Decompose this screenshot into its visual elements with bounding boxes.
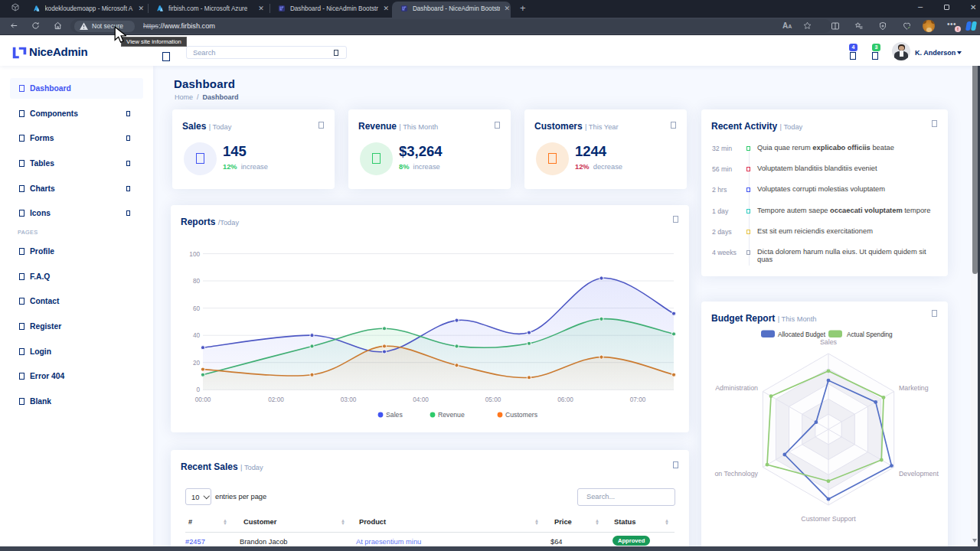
- svg-text:on Technology: on Technology: [714, 470, 758, 478]
- svg-text:Allocated Budget: Allocated Budget: [778, 331, 826, 337]
- svg-text:02:00: 02:00: [268, 396, 284, 403]
- svg-text:Sales: Sales: [386, 411, 403, 419]
- svg-text:Development: Development: [899, 470, 939, 478]
- svg-text:40: 40: [193, 332, 201, 339]
- svg-text:Actual Spending: Actual Spending: [847, 331, 893, 337]
- svg-text:80: 80: [193, 278, 201, 285]
- svg-text:Customers: Customers: [505, 411, 538, 419]
- svg-text:07:00: 07:00: [630, 396, 646, 403]
- svg-text:06:00: 06:00: [557, 396, 573, 403]
- svg-text:60: 60: [193, 305, 201, 311]
- svg-text:05:00: 05:00: [485, 396, 501, 403]
- svg-text:00:00: 00:00: [195, 396, 211, 403]
- svg-text:Marketing: Marketing: [899, 384, 929, 392]
- svg-text:03:00: 03:00: [341, 396, 357, 403]
- svg-text:Customer Support: Customer Support: [801, 515, 856, 523]
- svg-text:Revenue: Revenue: [438, 411, 465, 419]
- svg-text:Sales: Sales: [820, 338, 838, 346]
- svg-text:100: 100: [189, 250, 200, 257]
- svg-text:Administration: Administration: [715, 384, 758, 392]
- svg-text:04:00: 04:00: [413, 396, 429, 403]
- svg-text:20: 20: [193, 359, 201, 366]
- svg-text:0: 0: [196, 386, 200, 393]
